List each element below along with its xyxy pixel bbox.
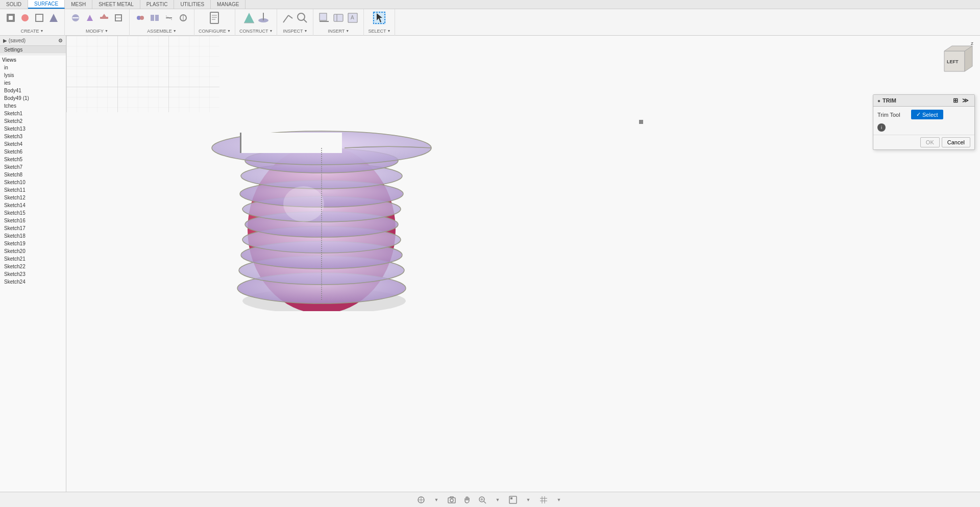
tab-manage[interactable]: MANAGE [211,0,246,9]
left-panel-item-sketch15[interactable]: Sketch15 [0,209,66,217]
inspect-icon-1[interactable] [281,11,295,24]
insert-icon-1[interactable] [317,11,331,24]
bottom-icon-display[interactable] [507,494,519,505]
trim-panel-close[interactable]: ≫ [961,97,970,104]
modify-icon-3[interactable] [97,11,111,24]
orientation-cube[interactable]: Z LEFT [934,41,975,82]
bottom-icon-camera[interactable] [446,494,457,505]
left-panel-item-sketch20[interactable]: Sketch20 [0,247,66,255]
bottom-icon-dropdown[interactable]: ▼ [431,494,442,505]
tab-utilities[interactable]: UTILITIES [174,0,211,9]
svg-rect-19 [210,12,218,23]
bottom-icon-zoom[interactable] [477,494,488,505]
left-panel-item-sketch21[interactable]: Sketch21 [0,255,66,263]
create-dropdown-arrow: ▼ [40,29,43,33]
svg-rect-96 [510,497,512,499]
left-panel-item-sketch17[interactable]: Sketch17 [0,224,66,232]
left-panel-item-sketch12[interactable]: Sketch12 [0,194,66,201]
left-panel-item-body41[interactable]: Body41 [0,87,66,94]
modify-icon-1[interactable] [69,11,82,24]
configure-dropdown-arrow: ▼ [227,29,231,33]
trim-panel-expand[interactable]: ⊞ [951,97,960,104]
insert-dropdown-arrow: ▼ [346,29,349,33]
construct-icon-1[interactable] [242,11,256,24]
viewport[interactable]: Z LEFT ● TRIM ⊞ ≫ Trim Tool ✓ Select i [66,36,980,492]
svg-point-12 [140,16,144,20]
inspect-icon-2[interactable] [296,11,309,24]
left-panel-settings[interactable]: ⚙ [58,38,63,43]
bottom-icon-dropdown2[interactable]: ▼ [492,494,503,505]
modify-label[interactable]: MODIFY ▼ [86,29,108,34]
assemble-icon-4[interactable] [177,11,190,24]
bottom-icon-dropdown4[interactable]: ▼ [553,494,565,505]
left-panel-settings-item[interactable]: Settings [0,46,66,54]
assemble-icon-3[interactable] [162,11,176,24]
left-panel-item-tches[interactable]: tches [0,102,66,110]
assemble-icon-1[interactable] [134,11,147,24]
left-panel-item-body49[interactable]: Body49 (1) [0,94,66,102]
assemble-icon-2[interactable] [148,11,161,24]
left-panel-item-in[interactable]: in [0,64,66,71]
configure-icon-1[interactable] [208,11,221,24]
left-panel-item-sketch14[interactable]: Sketch14 [0,201,66,209]
insert-label[interactable]: INSERT ▼ [328,29,349,34]
left-panel-item-sketch6[interactable]: Sketch6 [0,148,66,156]
left-panel-item-sketch11[interactable]: Sketch11 [0,186,66,194]
modify-icon-4[interactable] [112,11,125,24]
bottom-icon-hand[interactable] [461,494,473,505]
create-label[interactable]: CREATE ▼ [21,29,44,34]
assemble-label[interactable]: ASSEMBLE ▼ [147,29,176,34]
tab-mesh[interactable]: MESH [65,0,92,9]
edge-indicator [639,120,643,124]
left-panel-header: ▶ (saved) ⚙ [0,36,66,46]
left-panel-item-sketch23[interactable]: Sketch23 [0,270,66,278]
bottom-icon-target[interactable] [415,494,427,505]
left-panel-item-sketch13[interactable]: Sketch13 [0,125,66,133]
svg-rect-3 [36,14,43,21]
create-icon-4[interactable] [47,11,60,24]
left-panel-item-lysis[interactable]: lysis [0,71,66,79]
select-label[interactable]: SELECT ▼ [368,29,390,34]
select-dropdown-arrow: ▼ [387,29,390,33]
tab-surface[interactable]: SURFACE [28,0,65,9]
viewport-grid [66,36,219,112]
select-button[interactable]: ✓ Select [911,110,943,119]
create-icon-2[interactable] [18,11,32,24]
info-icon[interactable]: i [877,123,886,132]
tab-sheet-metal[interactable]: SHEET METAL [92,0,140,9]
left-panel-item-sketch24[interactable]: Sketch24 [0,278,66,286]
insert-icon-2[interactable] [332,11,345,24]
bottom-icon-dropdown3[interactable]: ▼ [523,494,534,505]
svg-text:A: A [351,15,354,20]
inspect-label[interactable]: INSPECT ▼ [283,29,307,34]
svg-rect-13 [151,15,154,21]
create-icon-3[interactable] [33,11,46,24]
left-panel-item-ies[interactable]: ies [0,79,66,87]
modify-icon-2[interactable] [83,11,96,24]
left-panel-item-sketch19[interactable]: Sketch19 [0,240,66,247]
construct-label[interactable]: CONSTRUCT ▼ [239,29,273,34]
configure-label[interactable]: CONFIGURE ▼ [199,29,231,34]
left-panel-item-sketch18[interactable]: Sketch18 [0,232,66,240]
left-panel-item-sketch10[interactable]: Sketch10 [0,179,66,186]
select-icon-1[interactable] [373,11,386,24]
insert-icon-3[interactable]: A [346,11,359,24]
left-panel-item-sketch2[interactable]: Sketch2 [0,117,66,125]
left-panel-item-sketch4[interactable]: Sketch4 [0,140,66,148]
left-panel-item-sketch1[interactable]: Sketch1 [0,110,66,117]
left-panel-item-sketch16[interactable]: Sketch16 [0,217,66,224]
create-icon-1[interactable] [4,11,17,24]
left-panel-item-sketch7[interactable]: Sketch7 [0,163,66,171]
left-panel-item-sketch22[interactable]: Sketch22 [0,263,66,270]
left-panel-item-sketch3[interactable]: Sketch3 [0,133,66,140]
construct-icon-2[interactable] [257,11,270,24]
trim-tool-label: Trim Tool [877,112,908,118]
left-panel-item-sketch5[interactable]: Sketch5 [0,156,66,163]
tab-plastic[interactable]: PLASTIC [140,0,175,9]
ok-button[interactable]: OK [920,137,940,147]
tab-solid[interactable]: SOLID [0,0,28,9]
svg-line-30 [304,19,307,22]
bottom-icon-grid[interactable] [538,494,549,505]
cancel-button[interactable]: Cancel [942,137,970,147]
left-panel-item-sketch8[interactable]: Sketch8 [0,171,66,179]
